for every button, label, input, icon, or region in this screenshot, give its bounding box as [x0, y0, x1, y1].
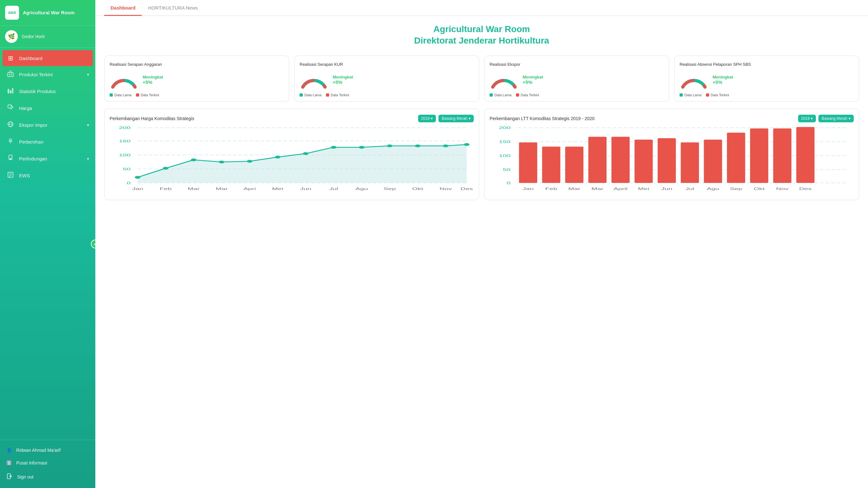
svg-text:200: 200 [119, 126, 131, 130]
sidebar-app-title: Agricultural War Room [23, 9, 75, 16]
card-2-gauge: Meningkat +5% [300, 71, 474, 89]
card-ekspor: Realisasi Ekspor Meningkat +5% [484, 56, 669, 102]
sidebar-item-dashboard-label: Dashboard [19, 56, 42, 61]
line-chart-header: Perkembangan Harga Komoditas Strategis 2… [110, 115, 474, 122]
svg-rect-71 [634, 140, 653, 183]
svg-text:Mar: Mar [216, 187, 228, 191]
svg-rect-1 [9, 74, 10, 75]
svg-point-34 [247, 160, 253, 163]
sign-out-item[interactable]: Sign out [0, 469, 95, 484]
svg-text:Apri: Apri [243, 187, 256, 191]
svg-text:Nov: Nov [439, 187, 452, 191]
svg-text:Sep: Sep [730, 187, 742, 191]
line-chart-title: Perkembangan Harga Komoditas Strategis [110, 116, 194, 121]
sidebar-footer: 👤 Ridwan Ahmad Ma'arif ℹ️ Pusat Informas… [0, 440, 95, 488]
legend-item-4: Data Terkini [326, 93, 349, 97]
sidebar-item-harga-label: Harga [19, 105, 32, 111]
dashboard-icon: ⊞ [6, 54, 14, 62]
svg-rect-3 [8, 89, 9, 93]
harga-icon [6, 104, 14, 113]
dropdown-chevron-2: ▾ [469, 116, 470, 121]
svg-text:Jun: Jun [300, 187, 311, 191]
card-2-title: Realisasi Serapan KUR [300, 62, 474, 67]
svg-text:Mei: Mei [272, 187, 283, 191]
user-profile-item[interactable]: 👤 Ridwan Ahmad Ma'arif [0, 444, 95, 457]
perbenihan-icon [6, 138, 14, 146]
svg-rect-4 [10, 90, 11, 93]
bar-chart-header: Perkembangan LTT Komoditas Strategis 201… [490, 115, 854, 122]
svg-text:Jun: Jun [661, 187, 673, 191]
legend-label-8: Data Terkini [711, 93, 729, 97]
svg-point-38 [359, 146, 365, 149]
svg-rect-76 [750, 128, 768, 183]
card-1-legend: Data Lama Data Terkini [110, 93, 284, 97]
svg-rect-0 [8, 73, 13, 77]
sidebar: AWR Agricultural War Room 🌿 Gedor Horti … [0, 0, 95, 488]
legend-label-old: Data Lama [114, 93, 131, 97]
svg-point-40 [415, 145, 421, 147]
svg-rect-2 [11, 74, 12, 75]
legend-dot-new [136, 93, 139, 97]
svg-rect-5 [12, 88, 13, 93]
card-3-title: Realisasi Ekspor [490, 62, 664, 67]
svg-text:Feb: Feb [545, 187, 557, 191]
svg-text:Feb: Feb [159, 187, 172, 191]
sidebar-item-harga[interactable]: Harga [0, 100, 95, 117]
dropdown-chevron: ▾ [431, 116, 433, 121]
svg-rect-77 [773, 128, 792, 183]
sidebar-item-perlindungan[interactable]: Perlindungan ▾ [0, 150, 95, 167]
legend-item-6: Data Terkini [516, 93, 539, 97]
sidebar-item-produksi[interactable]: Produksi Terkini ▾ [0, 66, 95, 83]
sidebar-item-produksi-label: Produksi Terkini [19, 72, 53, 77]
sidebar-item-perbenihan[interactable]: Perbenihan [0, 133, 95, 150]
card-2-legend: Data Lama Data Terkini [300, 93, 474, 97]
page-title-text: Agricultural War Room Direktorat Jendera… [104, 24, 859, 47]
statistik-icon [6, 87, 14, 96]
legend-dot-5 [490, 93, 493, 97]
svg-rect-66 [519, 142, 537, 183]
svg-text:Agu: Agu [707, 187, 719, 191]
user-name-label: Ridwan Ahmad Ma'arif [16, 448, 61, 453]
ekspor-icon [6, 121, 14, 129]
card-1-gauge-value: +5% [143, 80, 163, 85]
svg-rect-6 [8, 105, 11, 108]
card-1-gauge-label: Meningkat [143, 75, 163, 80]
sidebar-item-perbenihan-label: Perbenihan [19, 139, 43, 145]
info-icon: ℹ️ [6, 460, 12, 465]
top-tabs: Dashboard HORTIKULTURA News [95, 0, 868, 16]
main-content: Dashboard HORTIKULTURA News Agricultural… [95, 0, 868, 488]
signout-icon [6, 473, 13, 480]
user-icon: 👤 [6, 448, 12, 453]
line-chart-year-dropdown[interactable]: 2019 ▾ [418, 115, 436, 122]
legend-label-5: Data Lama [494, 93, 512, 97]
line-chart-commodity-dropdown[interactable]: Bawang Merah ▾ [438, 115, 474, 122]
tab-dashboard[interactable]: Dashboard [104, 0, 142, 16]
bar-chart-year-dropdown[interactable]: 2019 ▾ [798, 115, 816, 122]
info-center-item[interactable]: ℹ️ Pusat Informasi [0, 457, 95, 469]
bar-chart-controls: 2019 ▾ Bawang Merah ▾ [798, 115, 854, 122]
bar-chart-commodity-dropdown[interactable]: Bawang Merah ▾ [818, 115, 854, 122]
svg-text:Nov: Nov [776, 187, 789, 191]
card-4-title: Realisasi Absensi Pelaporan SPH SBS [680, 62, 854, 67]
sidebar-item-statistik[interactable]: Statistik Produksi [0, 83, 95, 100]
svg-rect-75 [727, 132, 745, 183]
sidebar-item-ekspor[interactable]: Ekspor Impor ▾ [0, 117, 95, 133]
card-1-gauge: Meningkat +5% [110, 71, 284, 89]
svg-point-41 [443, 145, 448, 147]
card-3-gauge-value: +5% [523, 80, 543, 85]
svg-text:0: 0 [127, 181, 131, 185]
card-4-legend: Data Lama Data Terkini [680, 93, 854, 97]
svg-text:Agu: Agu [355, 187, 368, 191]
svg-text:Okt: Okt [754, 187, 765, 191]
svg-rect-74 [704, 140, 722, 183]
line-chart-controls: 2019 ▾ Bawang Merah ▾ [418, 115, 474, 122]
legend-dot-old [110, 93, 113, 97]
card-1-info: Meningkat +5% [143, 75, 163, 85]
svg-rect-73 [681, 142, 699, 183]
sidebar-item-ews[interactable]: EWS [0, 167, 95, 184]
legend-item-5: Data Lama [490, 93, 512, 97]
perlindungan-icon [6, 154, 14, 163]
card-4-gauge-value: +5% [713, 80, 733, 85]
tab-news[interactable]: HORTIKULTURA News [142, 0, 204, 16]
sidebar-item-dashboard[interactable]: ⊞ Dashboard [3, 50, 93, 66]
